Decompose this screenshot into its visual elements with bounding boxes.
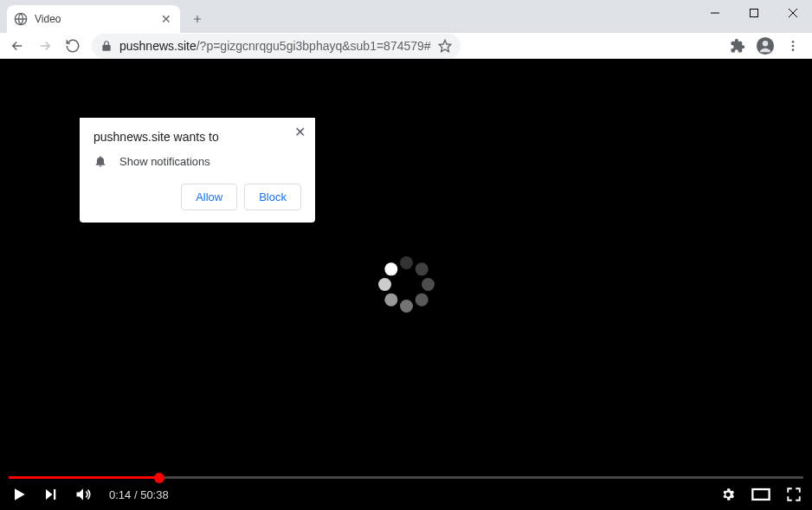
spinner-dot	[415, 294, 428, 307]
permission-prompt: ✕ pushnews.site wants to Show notificati…	[80, 118, 315, 223]
fullscreen-button[interactable]	[786, 487, 802, 502]
profile-avatar-icon[interactable]	[755, 36, 776, 56]
tab-title: Video	[35, 13, 152, 25]
toolbar-right	[727, 36, 807, 56]
new-tab-button[interactable]	[185, 7, 209, 31]
time-duration: 50:38	[140, 488, 169, 501]
permission-item-label: Show notifications	[119, 155, 210, 168]
browser-toolbar: pushnews.site/?p=gizgcnrqgu5gi3bphayq&su…	[0, 33, 812, 59]
spinner-dot	[400, 256, 413, 269]
controls-row: 0:14 / 50:38	[0, 479, 812, 510]
lock-icon	[100, 40, 113, 52]
svg-rect-8	[752, 489, 769, 500]
svg-point-4	[763, 41, 768, 46]
block-button[interactable]: Block	[244, 184, 301, 210]
time-current: 0:14	[109, 488, 131, 501]
next-button[interactable]	[43, 487, 59, 502]
address-bar[interactable]: pushnews.site/?p=gizgcnrqgu5gi3bphayq&su…	[92, 34, 461, 58]
video-controls: 0:14 / 50:38	[0, 479, 812, 510]
volume-button[interactable]	[74, 486, 92, 503]
spinner-dot	[384, 262, 397, 275]
reload-button[interactable]	[61, 34, 85, 58]
permission-title: pushnews.site wants to	[93, 130, 301, 144]
allow-button[interactable]: Allow	[181, 184, 237, 210]
bell-icon	[93, 154, 107, 168]
svg-rect-1	[750, 10, 757, 17]
spinner-dot	[384, 294, 397, 307]
page-content: 0:14 / 50:38 ✕ pushnews.site wants to Sh…	[0, 59, 812, 510]
permission-item: Show notifications	[93, 154, 301, 168]
tab-close-icon[interactable]: ✕	[159, 12, 173, 26]
bookmark-star-icon[interactable]	[438, 39, 452, 53]
browser-tab[interactable]: Video ✕	[7, 5, 180, 33]
forward-button[interactable]	[33, 34, 57, 58]
svg-point-6	[792, 44, 795, 47]
time-sep: /	[131, 488, 140, 501]
window-close-button[interactable]	[773, 0, 812, 26]
spinner-dot	[415, 262, 428, 275]
globe-icon	[14, 12, 28, 26]
svg-marker-2	[439, 40, 450, 51]
svg-point-7	[792, 48, 795, 51]
svg-point-5	[792, 41, 795, 43]
permission-actions: Allow Block	[93, 184, 301, 210]
time-display: 0:14 / 50:38	[109, 488, 169, 501]
loading-spinner	[376, 255, 436, 315]
back-button[interactable]	[5, 34, 29, 58]
spinner-dot	[378, 278, 391, 291]
extensions-icon[interactable]	[727, 36, 748, 56]
window-controls	[695, 0, 812, 26]
window-minimize-button[interactable]	[695, 0, 734, 26]
window-maximize-button[interactable]	[734, 0, 773, 26]
spinner-dot	[400, 300, 413, 313]
settings-button[interactable]	[720, 487, 736, 502]
play-button[interactable]	[10, 486, 28, 503]
url-text: pushnews.site/?p=gizgcnrqgu5gi3bphayq&su…	[119, 39, 431, 53]
window-titlebar: Video ✕	[0, 0, 812, 33]
spinner-dot	[422, 278, 435, 291]
menu-icon[interactable]	[783, 36, 803, 56]
permission-close-icon[interactable]: ✕	[291, 123, 308, 140]
theater-mode-button[interactable]	[751, 487, 770, 502]
url-path: /?p=gizgcnrqgu5gi3bphayq&sub1=874579#	[197, 39, 431, 53]
url-host: pushnews.site	[119, 39, 197, 53]
